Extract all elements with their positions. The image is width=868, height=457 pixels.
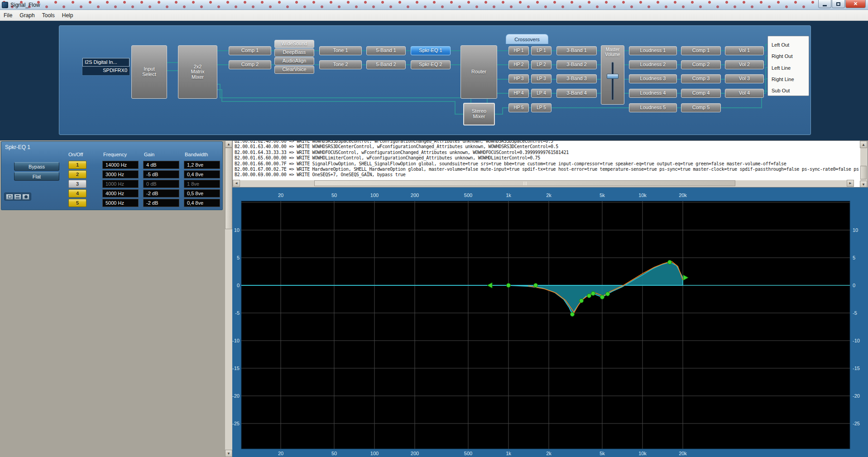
band-2-onoff-button[interactable]: 2 — [68, 170, 86, 178]
output-left-line[interactable]: Left Line — [769, 64, 807, 72]
output-right-out[interactable]: Right Out — [769, 53, 807, 60]
block-deepbass[interactable]: DeepBass — [274, 48, 314, 57]
band-5-bandwidth[interactable]: 0,4 8ve — [184, 199, 220, 207]
band-3-frequency[interactable]: 1000 Hz — [102, 180, 139, 188]
block-loudness-5[interactable]: Loudness 5 — [629, 103, 677, 112]
band-1-gain[interactable]: 4 dB — [143, 161, 179, 169]
block-3band-4[interactable]: 3-Band 4 — [556, 89, 597, 98]
block-master-volume[interactable]: Master Volume — [601, 45, 624, 105]
menu-graph[interactable]: Graph — [16, 10, 38, 20]
block-vol-4[interactable]: Vol 4 — [725, 89, 764, 98]
block-lp-4[interactable]: LP 4 — [531, 89, 551, 98]
output-left-out[interactable]: Left Out — [769, 41, 807, 49]
band-2-frequency[interactable]: 3000 Hz — [102, 170, 139, 178]
band-4-bandwidth[interactable]: 0,5 8ve — [184, 189, 220, 197]
band-4-gain[interactable]: -2 dB — [143, 189, 179, 197]
dot-icon[interactable] — [22, 194, 29, 200]
block-comp-out-2[interactable]: Comp 2 — [681, 60, 721, 69]
eq-handle[interactable] — [580, 299, 584, 303]
block-lp-5[interactable]: LP 5 — [531, 103, 551, 112]
scroll-down-icon[interactable]: ▼ — [225, 450, 232, 457]
band-5-frequency[interactable]: 5000 Hz — [102, 199, 139, 207]
block-hp-4[interactable]: HP 4 — [508, 89, 529, 98]
block-spkr-eq-2[interactable]: Spkr-EQ 2 — [411, 60, 451, 69]
scroll-left-icon[interactable]: ◄ — [233, 180, 240, 187]
scrollbar-thumb[interactable] — [225, 148, 232, 229]
block-tone-2[interactable]: Tone 2 — [319, 60, 362, 69]
eq-handle[interactable] — [600, 295, 604, 299]
block-comp-out-5[interactable]: Comp 5 — [681, 103, 721, 112]
block-loudness-4[interactable]: Loudness 4 — [629, 89, 677, 98]
band-3-gain[interactable]: 0 dB — [143, 180, 179, 188]
block-hp-3[interactable]: HP 3 — [508, 74, 529, 83]
eq-handle[interactable] — [606, 292, 610, 296]
block-5band-2[interactable]: 5-Band 2 — [366, 60, 406, 69]
menu-file[interactable]: File — [0, 10, 16, 20]
block-hp-5[interactable]: HP 5 — [508, 103, 529, 112]
scroll-down-icon[interactable]: ▼ — [860, 181, 867, 188]
block-3band-1[interactable]: 3-Band 1 — [556, 46, 597, 55]
scrollbar-thumb[interactable] — [314, 180, 735, 186]
block-router[interactable]: Router — [460, 45, 497, 99]
menu-help[interactable]: Help — [58, 10, 77, 20]
eq-handle[interactable] — [534, 284, 538, 288]
eq-handle[interactable] — [507, 284, 511, 288]
bypass-button[interactable]: Bypass — [14, 162, 59, 171]
block-comp-in-1[interactable]: Comp 1 — [229, 46, 271, 55]
block-hp-2[interactable]: HP 2 — [508, 60, 529, 69]
bars-icon[interactable] — [14, 194, 21, 200]
block-3band-3[interactable]: 3-Band 3 — [556, 74, 597, 83]
block-widesound[interactable]: WideSound — [274, 40, 314, 48]
block-vol-3[interactable]: Vol 3 — [725, 74, 764, 83]
block-tone-1[interactable]: Tone 1 — [319, 46, 362, 55]
block-vol-2[interactable]: Vol 2 — [725, 60, 764, 69]
block-matrix-mixer[interactable]: 2x2 Matrix Mixer — [178, 45, 217, 99]
block-loudness-1[interactable]: Loudness 1 — [629, 46, 677, 55]
band-2-gain[interactable]: -5 dB — [143, 170, 179, 178]
band-5-onoff-button[interactable]: 5 — [68, 199, 86, 207]
scroll-up-icon[interactable]: ▲ — [225, 140, 232, 148]
input-source-i2s[interactable]: I2S Digital In... — [82, 58, 129, 67]
block-lp-1[interactable]: LP 1 — [531, 46, 551, 55]
block-comp-out-3[interactable]: Comp 3 — [681, 74, 721, 83]
block-3band-2[interactable]: 3-Band 2 — [556, 60, 597, 69]
block-input-select[interactable]: Input Select — [131, 45, 167, 99]
crossovers-tab[interactable]: Crossovers — [506, 34, 548, 44]
flat-button[interactable]: Flat — [14, 172, 59, 181]
eq-handle[interactable] — [591, 292, 595, 296]
output-sub-out[interactable]: Sub Out — [769, 87, 807, 95]
band-2-bandwidth[interactable]: 0,4 8ve — [184, 170, 220, 178]
square-icon[interactable] — [6, 194, 13, 200]
log-horizontal-scrollbar[interactable]: ◄ ► — [233, 180, 854, 187]
output-right-line[interactable]: Right Line — [769, 76, 807, 83]
band-3-onoff-button[interactable]: 3 — [68, 180, 86, 188]
band-1-bandwidth[interactable]: 1,2 8ve — [184, 161, 220, 169]
block-lp-2[interactable]: LP 2 — [531, 60, 551, 69]
block-comp-in-2[interactable]: Comp 2 — [229, 60, 271, 69]
left-pane-scrollbar[interactable]: ▲ ▼ — [225, 140, 232, 457]
log-vertical-scrollbar[interactable]: ▲ ▼ — [860, 141, 868, 188]
band-1-frequency[interactable]: 14000 Hz — [102, 161, 139, 169]
eq-handle[interactable] — [587, 294, 591, 298]
block-comp-out-1[interactable]: Comp 1 — [681, 46, 721, 55]
block-comp-out-4[interactable]: Comp 4 — [681, 89, 721, 98]
eq-handle[interactable] — [668, 260, 672, 265]
close-button[interactable]: ✕ — [845, 0, 866, 8]
block-5band-1[interactable]: 5-Band 1 — [366, 46, 406, 55]
band-1-onoff-button[interactable]: 1 — [68, 161, 86, 169]
maximize-button[interactable] — [832, 0, 845, 8]
band-4-frequency[interactable]: 4000 Hz — [102, 189, 139, 197]
block-hp-1[interactable]: HP 1 — [508, 46, 529, 55]
block-clearvoice[interactable]: ClearVoice — [274, 66, 314, 74]
block-audioalign[interactable]: AudioAlign — [274, 57, 314, 65]
scrollbar-thumb[interactable] — [860, 166, 867, 179]
master-volume-slider-thumb[interactable] — [607, 74, 619, 79]
scroll-up-icon[interactable]: ▲ — [860, 141, 867, 148]
scroll-right-icon[interactable]: ► — [847, 180, 854, 187]
message-log[interactable]: B2.00.01.62.40.00.00 => WRITE WOWHDSRS3D… — [232, 140, 868, 188]
block-spkr-eq-1[interactable]: Spkr-EQ 1 — [411, 46, 451, 55]
block-stereo-mixer[interactable]: Stereo Mixer — [463, 103, 495, 125]
block-loudness-3[interactable]: Loudness 3 — [629, 74, 677, 83]
block-loudness-2[interactable]: Loudness 2 — [629, 60, 677, 69]
minimize-button[interactable] — [818, 0, 831, 8]
